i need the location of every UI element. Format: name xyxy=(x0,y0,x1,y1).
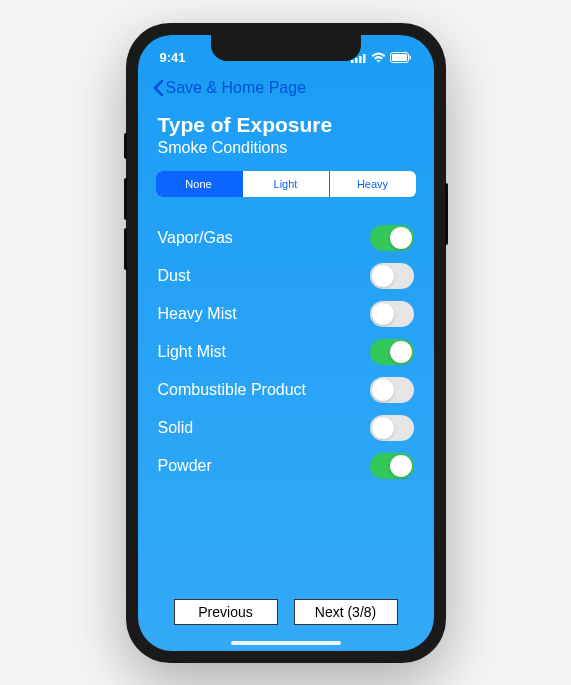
list-row: Dust xyxy=(158,257,414,295)
list-item-label: Solid xyxy=(158,419,194,437)
list-row: Light Mist xyxy=(158,333,414,371)
list-row: Combustible Product xyxy=(158,371,414,409)
header: Type of Exposure Smoke Conditions xyxy=(138,105,434,171)
power-button xyxy=(445,183,448,245)
previous-button[interactable]: Previous xyxy=(174,599,278,625)
list-row: Heavy Mist xyxy=(158,295,414,333)
list-row: Solid xyxy=(158,409,414,447)
notch xyxy=(211,35,361,61)
segment-light[interactable]: Light xyxy=(243,171,330,197)
svg-rect-3 xyxy=(363,54,366,63)
toggle-knob xyxy=(390,455,412,477)
screen: 9:41 Save & Home Page Type of Exposure xyxy=(138,35,434,651)
list-row: Powder xyxy=(158,447,414,485)
svg-rect-5 xyxy=(392,54,407,61)
exposure-list: Vapor/GasDustHeavy MistLight MistCombust… xyxy=(138,197,434,485)
list-item-label: Combustible Product xyxy=(158,381,307,399)
page-title: Type of Exposure xyxy=(158,113,414,137)
svg-rect-6 xyxy=(409,56,411,60)
segment-heavy[interactable]: Heavy xyxy=(330,171,416,197)
toggle-switch[interactable] xyxy=(370,263,414,289)
volume-down-button xyxy=(124,228,127,270)
footer-buttons: Previous Next (3/8) xyxy=(138,599,434,625)
chevron-left-icon xyxy=(152,79,164,97)
segmented-control[interactable]: NoneLightHeavy xyxy=(156,171,416,197)
toggle-switch[interactable] xyxy=(370,415,414,441)
toggle-switch[interactable] xyxy=(370,453,414,479)
segment-none[interactable]: None xyxy=(156,171,243,197)
page-subtitle: Smoke Conditions xyxy=(158,139,414,157)
toggle-knob xyxy=(372,417,394,439)
toggle-switch[interactable] xyxy=(370,225,414,251)
list-item-label: Heavy Mist xyxy=(158,305,237,323)
list-row: Vapor/Gas xyxy=(158,219,414,257)
svg-rect-2 xyxy=(359,56,362,63)
toggle-switch[interactable] xyxy=(370,301,414,327)
nav-back[interactable]: Save & Home Page xyxy=(138,71,434,105)
toggle-knob xyxy=(372,265,394,287)
toggle-switch[interactable] xyxy=(370,339,414,365)
next-button[interactable]: Next (3/8) xyxy=(294,599,398,625)
svg-rect-0 xyxy=(351,60,354,63)
phone-frame: 9:41 Save & Home Page Type of Exposure xyxy=(126,23,446,663)
toggle-knob xyxy=(390,227,412,249)
list-item-label: Dust xyxy=(158,267,191,285)
volume-up-button xyxy=(124,178,127,220)
toggle-knob xyxy=(372,303,394,325)
mute-switch xyxy=(124,133,127,159)
list-item-label: Light Mist xyxy=(158,343,226,361)
nav-back-label: Save & Home Page xyxy=(166,79,307,97)
svg-rect-1 xyxy=(355,58,358,63)
wifi-icon xyxy=(371,52,386,63)
toggle-knob xyxy=(390,341,412,363)
battery-icon xyxy=(390,52,412,63)
list-item-label: Powder xyxy=(158,457,212,475)
list-item-label: Vapor/Gas xyxy=(158,229,233,247)
home-indicator[interactable] xyxy=(231,641,341,645)
toggle-switch[interactable] xyxy=(370,377,414,403)
toggle-knob xyxy=(372,379,394,401)
